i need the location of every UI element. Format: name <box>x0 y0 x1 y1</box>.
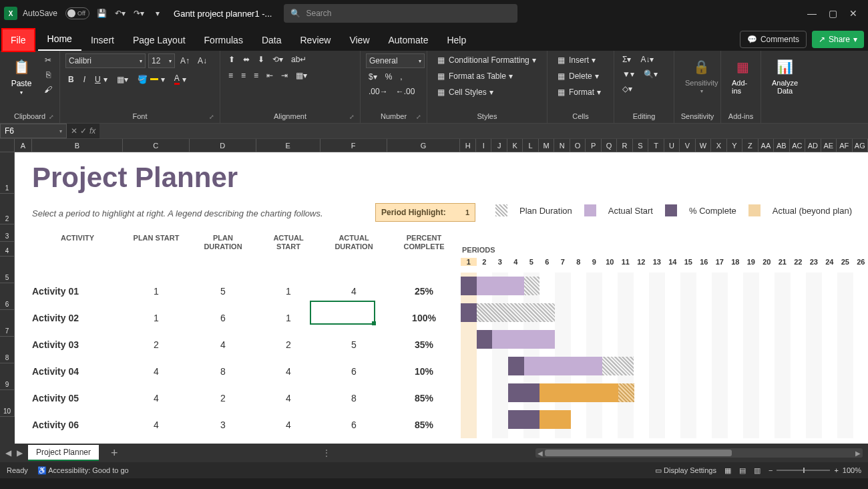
merge-button[interactable]: ▦▾ <box>293 69 310 82</box>
borders-button[interactable]: ▦▾ <box>114 72 131 86</box>
close-button[interactable]: ✕ <box>849 8 857 19</box>
align-right-button[interactable]: ≡ <box>251 69 261 82</box>
col-header-D[interactable]: D <box>190 139 256 152</box>
qat-dropdown-icon[interactable]: ▾ <box>151 7 164 20</box>
zoom-out-button[interactable]: − <box>769 466 773 474</box>
tab-view[interactable]: View <box>340 29 379 51</box>
italic-button[interactable]: I <box>81 72 88 86</box>
tab-insert[interactable]: Insert <box>81 29 124 51</box>
align-left-button[interactable]: ≡ <box>226 69 236 82</box>
col-header-S[interactable]: S <box>633 139 648 152</box>
tab-data[interactable]: Data <box>252 29 291 51</box>
tab-page-layout[interactable]: Page Layout <box>124 29 195 51</box>
sheet-nav-prev[interactable]: ◀ <box>5 448 11 458</box>
fill-button[interactable]: ▼▾ <box>620 68 637 80</box>
format-cells-button[interactable]: ▦Format ▾ <box>553 86 604 99</box>
conditional-formatting-button[interactable]: ▦Conditional Formatting ▾ <box>433 53 539 67</box>
zoom-control[interactable]: − + 100% <box>769 466 861 474</box>
display-settings-button[interactable]: ▭ Display Settings <box>655 466 716 475</box>
col-header-B[interactable]: B <box>32 139 123 152</box>
col-header-V[interactable]: V <box>680 139 695 152</box>
col-header-X[interactable]: X <box>711 139 726 152</box>
addins-button[interactable]: ▦Add-ins <box>726 53 758 98</box>
insert-cells-button[interactable]: ▦Insert ▾ <box>553 53 598 67</box>
underline-button[interactable]: U▾ <box>92 72 110 86</box>
col-header-M[interactable]: M <box>539 139 554 152</box>
comments-button[interactable]: 💬Comments <box>740 31 807 48</box>
accessibility-status[interactable]: ♿ Accessibility: Good to go <box>37 466 129 475</box>
col-header-AE[interactable]: AE <box>821 139 837 152</box>
align-bottom-button[interactable]: ⬇ <box>255 53 267 65</box>
selected-cell[interactable] <box>310 301 375 325</box>
col-header-Z[interactable]: Z <box>742 139 758 152</box>
font-color-button[interactable]: A▾ <box>172 72 189 86</box>
col-header-N[interactable]: N <box>554 139 570 152</box>
wrap-text-button[interactable]: ab↵ <box>288 53 309 65</box>
currency-button[interactable]: $▾ <box>366 71 380 83</box>
cancel-formula-icon[interactable]: ✕ <box>71 126 77 136</box>
col-header-W[interactable]: W <box>696 139 711 152</box>
col-header-AC[interactable]: AC <box>790 139 805 152</box>
col-header-Y[interactable]: Y <box>727 139 742 152</box>
sort-filter-button[interactable]: A↓▾ <box>638 53 656 65</box>
sensitivity-button[interactable]: 🔒Sensitivity▾ <box>680 53 724 97</box>
shrink-font-button[interactable]: A↓ <box>195 55 210 67</box>
col-header-A[interactable]: A <box>15 139 32 152</box>
tab-home[interactable]: Home <box>38 28 81 51</box>
paste-button[interactable]: 📋Paste▾ <box>5 53 37 98</box>
comma-button[interactable]: , <box>397 71 405 83</box>
autosave-toggle[interactable]: Off <box>65 7 89 19</box>
col-header-AF[interactable]: AF <box>837 139 852 152</box>
zoom-in-button[interactable]: + <box>834 466 838 474</box>
percent-button[interactable]: % <box>383 71 395 83</box>
tab-file[interactable]: File <box>3 29 34 51</box>
grow-font-button[interactable]: A↑ <box>178 55 192 67</box>
horizontal-scrollbar[interactable]: ◀▶ <box>535 448 863 458</box>
delete-cells-button[interactable]: ▦Delete ▾ <box>553 69 602 83</box>
font-size-select[interactable]: 12▾ <box>148 53 175 68</box>
col-header-AA[interactable]: AA <box>758 139 774 152</box>
col-header-G[interactable]: G <box>387 139 461 152</box>
col-header-AB[interactable]: AB <box>774 139 789 152</box>
col-header-Q[interactable]: Q <box>602 139 617 152</box>
autosum-button[interactable]: Σ▾ <box>620 53 634 65</box>
view-page-layout-button[interactable]: ▤ <box>739 466 746 475</box>
name-box[interactable]: F6▾ <box>0 124 67 138</box>
find-button[interactable]: 🔍▾ <box>641 68 660 80</box>
format-as-table-button[interactable]: ▦Format as Table ▾ <box>433 69 515 83</box>
increase-indent-button[interactable]: ⇥ <box>278 69 290 82</box>
zoom-slider[interactable] <box>777 470 830 471</box>
format-painter-button[interactable]: 🖌 <box>40 83 56 96</box>
align-middle-button[interactable]: ⬌ <box>240 53 252 65</box>
align-top-button[interactable]: ⬆ <box>226 53 238 65</box>
col-header-I[interactable]: I <box>476 139 491 152</box>
col-header-F[interactable]: F <box>320 139 387 152</box>
fill-color-button[interactable]: 🪣▾ <box>135 72 168 86</box>
undo-icon[interactable]: ↶▾ <box>114 7 127 20</box>
col-header-O[interactable]: O <box>570 139 586 152</box>
cell-styles-button[interactable]: ▦Cell Styles ▾ <box>433 86 496 99</box>
col-header-J[interactable]: J <box>491 139 507 152</box>
col-header-R[interactable]: R <box>617 139 632 152</box>
tab-help[interactable]: Help <box>437 29 475 51</box>
number-format-select[interactable]: General▾ <box>366 53 425 68</box>
add-sheet-button[interactable]: + <box>111 446 118 460</box>
col-header-L[interactable]: L <box>523 139 538 152</box>
share-button[interactable]: ↗Share▾ <box>812 31 864 48</box>
col-header-K[interactable]: K <box>507 139 523 152</box>
fx-icon[interactable]: fx <box>89 126 95 136</box>
sheet-tab-project-planner[interactable]: Project Planner <box>28 445 99 461</box>
minimize-button[interactable]: — <box>807 8 817 19</box>
formula-input[interactable] <box>99 124 868 138</box>
search-input[interactable]: 🔍 Search <box>284 4 517 23</box>
worksheet[interactable]: 1234 5678910 Project Planner Select a pe… <box>0 152 868 444</box>
cut-button[interactable]: ✂ <box>40 53 56 67</box>
col-header-E[interactable]: E <box>256 139 320 152</box>
col-header-AD[interactable]: AD <box>805 139 821 152</box>
tab-automate[interactable]: Automate <box>379 29 438 51</box>
enter-formula-icon[interactable]: ✓ <box>80 126 87 136</box>
col-header-P[interactable]: P <box>586 139 601 152</box>
maximize-button[interactable]: ▢ <box>829 8 837 19</box>
col-header-T[interactable]: T <box>648 139 664 152</box>
tab-review[interactable]: Review <box>291 29 341 51</box>
